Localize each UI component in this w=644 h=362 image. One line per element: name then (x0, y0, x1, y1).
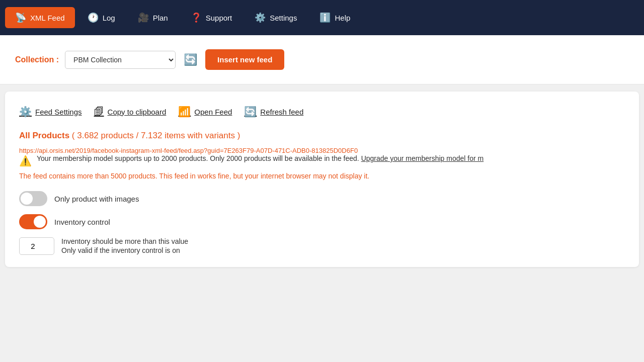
log-icon: 🕐 (88, 12, 99, 23)
refresh-collection-icon: 🔄 (184, 53, 197, 66)
toggle-only-images-slider (19, 191, 47, 206)
nav-help-label: Help (335, 14, 350, 22)
settings-icon: ⚙️ (255, 12, 266, 23)
nav-support[interactable]: ❓ Support (181, 7, 243, 28)
nav-log[interactable]: 🕐 Log (77, 7, 125, 28)
info-message: The feed contains more than 5000 product… (19, 172, 625, 180)
toggle-only-images[interactable] (19, 191, 47, 206)
support-icon: ❓ (191, 12, 202, 23)
open-feed-label: Open Feed (194, 108, 232, 116)
feed-title-row: All Products ( 3.682 products / 7.132 it… (19, 131, 625, 141)
inventory-desc-line2: Only valid if the inventory control is o… (61, 246, 188, 254)
feed-stats: ( 3.682 products / 7.132 items with vari… (72, 131, 240, 140)
insert-new-feed-button[interactable]: Insert new feed (205, 49, 284, 70)
upgrade-link[interactable]: Upgrade your membership model for m (361, 154, 484, 162)
nav-support-label: Support (206, 14, 232, 22)
rss-icon: 📡 (15, 12, 26, 23)
toggle-only-images-label: Only product with images (54, 195, 139, 203)
toggle-inventory-slider (19, 214, 47, 229)
inventory-threshold-input[interactable] (19, 237, 54, 255)
action-toolbar: ⚙️ Feed Settings 🗐 Copy to clipboard 📶 O… (19, 104, 625, 120)
nav-settings[interactable]: ⚙️ Settings (245, 7, 307, 28)
collection-label: Collection : (15, 55, 59, 64)
refresh-feed-button[interactable]: 🔄 Refresh feed (244, 104, 303, 120)
warning-text: Your membership model supports up to 200… (37, 154, 484, 162)
warning-box: ⚠️ Your membership model supports up to … (19, 154, 625, 167)
refresh-icon: 🔄 (244, 106, 257, 118)
open-feed-button[interactable]: 📶 Open Feed (178, 104, 232, 120)
nav-plan-label: Plan (153, 14, 168, 22)
copy-clipboard-label: Copy to clipboard (108, 108, 167, 116)
nav-log-label: Log (103, 14, 115, 22)
nav-help[interactable]: ℹ️ Help (309, 7, 360, 28)
inventory-desc-line1: Inventory should be more than this value (61, 237, 188, 245)
gear-icon: ⚙️ (19, 106, 32, 118)
feed-card: ⚙️ Feed Settings 🗐 Copy to clipboard 📶 O… (5, 92, 639, 267)
toggle-inventory-control[interactable] (19, 214, 47, 229)
toggle-inventory-label: Inventory control (54, 218, 110, 226)
toggle-inventory-row: Inventory control (19, 214, 625, 229)
plan-icon: 🎥 (138, 12, 149, 23)
feed-title: All Products (19, 131, 69, 140)
toggle-only-images-row: Only product with images (19, 191, 625, 206)
nav-settings-label: Settings (270, 14, 297, 22)
inventory-description: Inventory should be more than this value… (61, 237, 188, 254)
warning-message: Your membership model supports up to 200… (37, 154, 359, 162)
feed-settings-label: Feed Settings (35, 108, 82, 116)
main-content: Collection : PBM Collection All Products… (0, 35, 644, 267)
refresh-feed-label: Refresh feed (260, 108, 303, 116)
refresh-collection-button[interactable]: 🔄 (182, 51, 199, 68)
nav-xml-feed-label: XML Feed (30, 14, 65, 22)
nav-xml-feed[interactable]: 📡 XML Feed (5, 7, 75, 28)
copy-clipboard-button[interactable]: 🗐 Copy to clipboard (94, 104, 167, 120)
inventory-value-row: Inventory should be more than this value… (19, 237, 625, 255)
copy-icon: 🗐 (94, 106, 104, 118)
feed-settings-button[interactable]: ⚙️ Feed Settings (19, 104, 82, 120)
rss-feed-icon: 📶 (178, 106, 191, 118)
navbar: 📡 XML Feed 🕐 Log 🎥 Plan ❓ Support ⚙️ Set… (0, 0, 644, 35)
help-icon: ℹ️ (319, 12, 331, 23)
collection-dropdown[interactable]: PBM Collection All Products Summer Sale (65, 51, 176, 69)
nav-plan[interactable]: 🎥 Plan (128, 7, 178, 28)
collection-section: Collection : PBM Collection All Products… (0, 35, 644, 84)
warning-icon: ⚠️ (19, 155, 32, 167)
feed-url-link[interactable]: https://api.orsis.net/2019/facebook-inst… (19, 147, 358, 154)
